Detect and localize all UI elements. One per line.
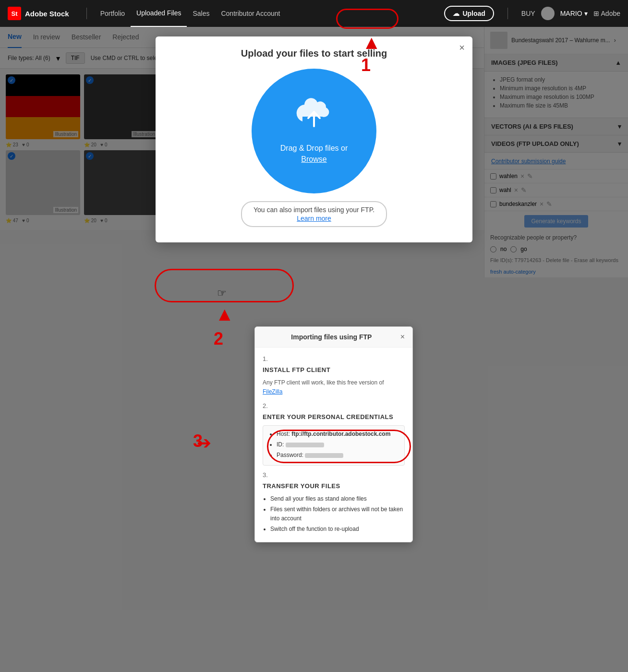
ftp-id: ID: <box>277 440 399 449</box>
filezilla-link[interactable]: FileZilla <box>263 388 282 395</box>
nav-adobe: ⊞ Adobe <box>593 10 620 17</box>
cloud-upload-icon <box>295 97 333 138</box>
nav-contributor-account[interactable]: Contributor Account <box>215 0 286 27</box>
chevron-down-icon: ▾ <box>584 10 588 17</box>
password-masked <box>305 453 343 458</box>
transfer-item-1: Send all your files as stand alone files <box>270 494 405 504</box>
ftp-host: Host: ftp://ftp.contributor.adobestock.c… <box>277 430 399 439</box>
adobe-stock-logo: St <box>8 7 21 20</box>
ftp-modal: Importing files using FTP × 1. INSTALL F… <box>254 326 413 542</box>
ftp-modal-body: 1. INSTALL FTP CLIENT Any FTP client wil… <box>255 348 412 542</box>
adobe-icon: ⊞ <box>593 10 599 17</box>
nav-portfolio[interactable]: Portfolio <box>95 0 131 27</box>
ftp-password: Password: <box>277 451 399 460</box>
password-label: Password: <box>277 452 303 458</box>
nav-uploaded-files[interactable]: Uploaded Files <box>131 0 187 27</box>
ftp-modal-close-button[interactable]: × <box>400 333 405 341</box>
upload-icon: ☁ <box>453 10 459 17</box>
step2-title: ENTER YOUR PERSONAL CREDENTIALS <box>263 412 405 422</box>
id-label: ID: <box>277 441 284 448</box>
learn-more-link[interactable]: Learn more <box>254 215 374 222</box>
nav-user[interactable]: MARIO ▾ <box>560 10 588 17</box>
nav-right: ☁ Upload BUY MARIO ▾ ⊞ Adobe <box>444 6 620 21</box>
host-value: ftp://ftp.contributor.adobestock.com <box>291 431 390 437</box>
brand-name: Adobe Stock <box>25 10 69 18</box>
modal-title: Upload your files to start selling <box>167 48 461 59</box>
transfer-instructions: Send all your files as stand alone files… <box>263 494 405 534</box>
step1-num: 1. <box>263 354 405 364</box>
upload-button[interactable]: ☁ Upload <box>444 6 494 21</box>
ftp-notice-box: You can also import files using your FTP… <box>241 201 387 227</box>
step1-title: INSTALL FTP CLIENT <box>263 365 405 375</box>
ftp-modal-header: Importing files using FTP × <box>255 327 412 348</box>
ftp-notice-area: You can also import files using your FTP… <box>167 201 461 227</box>
user-avatar <box>541 7 555 20</box>
browse-link[interactable]: Browse <box>301 155 326 163</box>
nav-sales[interactable]: Sales <box>187 0 215 27</box>
step3-num: 3. <box>263 470 405 480</box>
ftp-modal-title: Importing files using FTP <box>263 333 400 341</box>
transfer-item-2: Files sent within folders or archives wi… <box>270 505 405 523</box>
drop-zone[interactable]: Drag & Drop files or Browse <box>252 69 376 193</box>
drag-drop-text: Drag & Drop files or Browse <box>280 143 348 165</box>
step1-desc: Any FTP client will work, like this free… <box>263 378 405 396</box>
nav-divider2 <box>507 8 508 19</box>
ftp-credentials-box: Host: ftp://ftp.contributor.adobestock.c… <box>263 425 405 466</box>
modal-close-button[interactable]: × <box>459 42 465 53</box>
ftp-notice-text: You can also import files using your FTP… <box>254 206 374 214</box>
upload-modal: Upload your files to start selling × Dra… <box>156 36 472 242</box>
app-logo: St Adobe Stock <box>8 7 69 20</box>
step3-title: TRANSFER YOUR FILES <box>263 481 405 492</box>
id-masked <box>286 443 324 447</box>
nav-buy[interactable]: BUY <box>521 10 535 17</box>
host-label: Host: <box>277 431 290 437</box>
transfer-item-3: Switch off the function to re-upload <box>270 525 405 534</box>
nav-divider <box>86 8 87 19</box>
step2-num: 2. <box>263 401 405 411</box>
